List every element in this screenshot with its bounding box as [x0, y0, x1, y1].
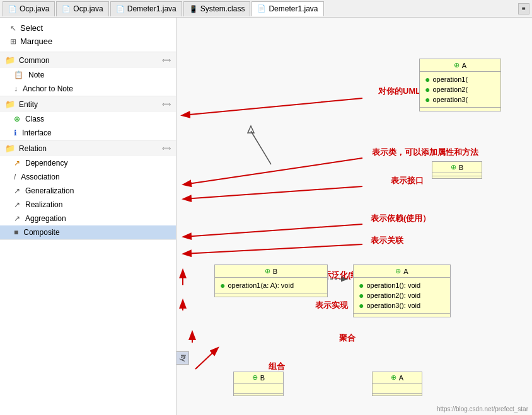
- uml-title-mid-a: A: [403, 268, 408, 275]
- class-label: Class: [25, 115, 44, 123]
- dependency-item[interactable]: ↗ Dependency: [0, 156, 176, 170]
- association-item[interactable]: / Association: [0, 170, 176, 184]
- method-mid-b1-label: operation1(a: A): void: [228, 281, 294, 289]
- section-common-header[interactable]: 📁 Common ⟺: [0, 52, 176, 68]
- uml-icon-mid-b: ⊕: [265, 267, 270, 275]
- dot-mid-a1: ●: [359, 281, 364, 290]
- relation-expand-icon: ⟺: [162, 145, 171, 152]
- class-item[interactable]: ⊕ Class: [0, 112, 176, 126]
- dot-a3: ●: [425, 95, 430, 104]
- uml-title-bot-b: B: [260, 374, 265, 382]
- select-tool[interactable]: ↖ Select: [6, 21, 170, 35]
- annotation-class: 表示类，可以添加属性和方法: [372, 147, 478, 158]
- uml-box-top-a-body: ● operation1( ● operation2( ● operation3…: [420, 72, 500, 107]
- uml-box-bot-b-header: ⊕ B: [234, 372, 283, 384]
- marquee-tool[interactable]: ⊞ Marquee: [6, 35, 170, 48]
- uml-box-top-b-header: ⊕ B: [432, 162, 482, 173]
- method-a3: ● operation3(: [425, 94, 495, 105]
- method-mid-a1-label: operation1(): void: [366, 281, 420, 289]
- method-a1-label: operation1(: [432, 76, 468, 83]
- uml-icon-mid-a: ⊕: [395, 267, 401, 275]
- tab-icon-3: 📱: [189, 5, 198, 13]
- common-expand-icon: ⟺: [162, 57, 171, 64]
- uml-title-bot-a: A: [399, 374, 403, 382]
- realization-icon: ↗: [14, 200, 20, 209]
- entity-label: Entity: [19, 100, 38, 109]
- sidebar: ↖ Select ⊞ Marquee 📁 Common ⟺ 📋 Note ↓ A…: [0, 18, 176, 415]
- uml-icon-a: ⊕: [454, 61, 460, 69]
- svg-marker-11: [248, 126, 254, 133]
- method-a1: ● operation1(: [425, 74, 495, 84]
- uml-box-mid-a-footer: [354, 313, 450, 317]
- relation-label: Relation: [19, 144, 47, 153]
- annotation-association: 表示关联: [371, 235, 403, 246]
- method-a3-label: operation3(: [432, 96, 468, 103]
- realization-item[interactable]: ↗ Realization: [0, 198, 176, 212]
- uml-icon-b-top: ⊕: [451, 163, 456, 171]
- canvas-area: 对你的UML图进行注释 表示类，可以添加属性和方法 表示接口 表示依赖(使用） …: [176, 18, 532, 415]
- uml-box-bot-b-footer: [234, 393, 283, 395]
- annotation-composite: 组合: [269, 361, 285, 372]
- marquee-label: Marquee: [20, 37, 52, 46]
- section-entity-header[interactable]: 📁 Entity ⟺: [0, 96, 176, 112]
- svg-line-3: [184, 186, 362, 199]
- generalization-icon: ↗: [14, 186, 20, 195]
- method-mid-a1: ● operation1(): void: [359, 280, 445, 290]
- uml-box-bot-b: ⊕ B: [233, 372, 284, 396]
- section-relation-header[interactable]: 📁 Relation ⟺: [0, 140, 176, 156]
- tab-label-3: System.class: [200, 4, 245, 13]
- tab-icon-0: 📄: [8, 5, 17, 13]
- common-label: Common: [19, 56, 50, 65]
- svg-line-0: [183, 98, 362, 115]
- method-mid-a2-label: operation2(): void: [366, 292, 420, 299]
- annotation-realization: 表示实现: [315, 300, 348, 311]
- aggregation-icon: ↗: [14, 214, 20, 223]
- uml-title-mid-b: B: [273, 268, 277, 275]
- uml-box-top-a-header: ⊕ A: [420, 59, 500, 72]
- composite-icon: ■: [14, 228, 18, 237]
- uml-box-bot-a: ⊕ A: [372, 372, 422, 396]
- main-container: ↖ Select ⊞ Marquee 📁 Common ⟺ 📋 Note ↓ A…: [0, 18, 532, 415]
- aggregation-item[interactable]: ↗ Aggregation: [0, 212, 176, 225]
- section-entity: 📁 Entity ⟺ ⊕ Class ℹ Interface: [0, 96, 176, 140]
- uml-box-mid-b-header: ⊕ B: [215, 265, 327, 278]
- tab-icon-2: 📄: [116, 5, 125, 13]
- tab-icon-1: 📄: [62, 5, 71, 13]
- relation-folder-icon: 📁: [5, 144, 15, 153]
- svg-line-9: [195, 348, 217, 369]
- note-item[interactable]: 📋 Note: [0, 68, 176, 82]
- uml-icon-bot-a: ⊕: [391, 373, 396, 382]
- uml-box-top-a: ⊕ A ● operation1( ● operation2( ● operat…: [419, 59, 501, 111]
- svg-line-4: [184, 224, 362, 237]
- entity-expand-icon: ⟺: [162, 101, 171, 108]
- annotation-aggregation: 聚合: [339, 333, 356, 344]
- association-icon: /: [14, 173, 16, 181]
- method-a2-label: operation2(: [432, 86, 468, 93]
- uml-box-mid-b-footer: [215, 293, 327, 297]
- composite-item[interactable]: ■ Composite: [0, 225, 176, 239]
- note-label: Note: [28, 71, 44, 79]
- tab-4[interactable]: 📄 Demeter1.java: [252, 1, 323, 16]
- method-mid-b1: ● operation1(a: A): void: [220, 280, 322, 290]
- uml-box-bot-b-body: [234, 384, 283, 393]
- dot-mid-a3: ●: [359, 301, 364, 310]
- association-label: Association: [21, 173, 59, 181]
- svg-line-5: [184, 244, 362, 254]
- uml-title-b-top: B: [459, 164, 463, 171]
- tab-3[interactable]: 📱 System.class: [183, 1, 251, 16]
- annotation-dependency: 表示依赖(使用）: [371, 213, 431, 224]
- anchor-to-note-item[interactable]: ↓ Anchor to Note: [0, 82, 176, 96]
- uml-box-mid-b-body: ● operation1(a: A): void: [215, 278, 327, 293]
- tab-2[interactable]: 📄 Demeter1.java: [110, 1, 182, 16]
- method-mid-a3: ● operation3(): void: [359, 300, 445, 310]
- generalization-item[interactable]: ↗ Generalization: [0, 184, 176, 198]
- svg-line-10: [251, 131, 271, 164]
- uml-box-mid-a-body: ● operation1(): void ● operation2(): voi…: [354, 278, 450, 313]
- select-label: Select: [20, 23, 43, 33]
- tab-0[interactable]: 📄 Ocp.java: [3, 1, 55, 16]
- interface-item[interactable]: ℹ Interface: [0, 126, 176, 140]
- tab-overflow-button[interactable]: ≡: [518, 3, 529, 14]
- section-common: 📁 Common ⟺ 📋 Note ↓ Anchor to Note: [0, 52, 176, 96]
- tab-1[interactable]: 📄 Ocp.java: [56, 1, 108, 16]
- marquee-icon: ⊞: [10, 37, 16, 46]
